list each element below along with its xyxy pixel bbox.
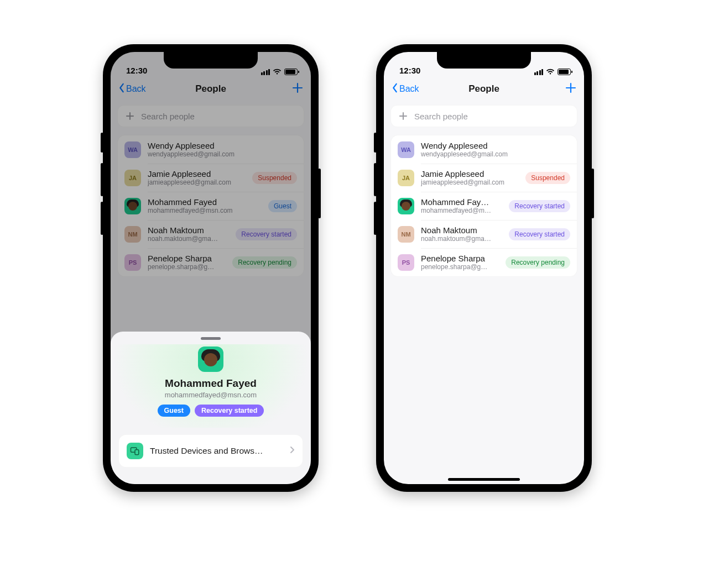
search-field[interactable] [141,112,297,121]
plus-icon [565,82,576,93]
avatar: JA [124,170,141,186]
chevron-left-icon [118,83,125,95]
person-email: wendyappleseed@gmail.com [148,150,297,158]
badge-recovery-started: Recovery started [195,405,264,417]
status-badge: Recovery started [509,200,570,212]
avatar: JA [398,170,414,186]
chevron-left-icon [392,83,398,95]
person-name: Penelope Sharpa [148,254,226,263]
person-name: Penelope Sharpa [421,254,499,263]
person-row[interactable]: WAWendy Appleseedwendyappleseed@gmail.co… [118,135,304,164]
person-row[interactable]: WAWendy Appleseedwendyappleseed@gmail.co… [391,135,577,164]
person-row[interactable]: JAJamie Appleseedjamieappleseed@gmail.co… [118,164,304,192]
person-name: Mohammed Fay… [421,197,502,207]
chevron-right-icon [290,446,295,456]
status-badge: Recovery pending [232,256,297,269]
back-label: Back [126,84,146,94]
avatar: NM [124,226,141,243]
avatar: NM [398,226,414,243]
sheet-item-label: Trusted Devices and Brows… [150,446,283,456]
search-field[interactable] [414,112,570,121]
plus-icon [292,82,303,93]
person-email: noah.maktoum@gma… [421,235,502,243]
person-name: Wendy Appleseed [421,141,570,150]
person-row[interactable]: PSPenelope Sharpapenelope.sharpa@g…Recov… [391,248,577,276]
person-row[interactable]: NMNoah Maktoumnoah.maktoum@gma…Recovery … [391,220,577,248]
search-input[interactable] [390,105,577,127]
person-name: Jamie Appleseed [148,169,246,179]
status-time: 12:30 [126,66,147,75]
add-button[interactable] [565,82,576,96]
back-button[interactable]: Back [118,83,146,95]
person-email: jamieappleseed@gmail.com [148,179,246,186]
sheet-name: Mohammed Fayed [119,377,302,390]
people-list: WAWendy Appleseedwendyappleseed@gmail.co… [117,135,304,277]
phone-mock-left: 12:30 Back People WAWendy Appleseedwendy… [103,44,319,492]
person-sheet[interactable]: Mohammed Fayed mohammedfayed@msn.com Gue… [111,332,311,484]
avatar: WA [398,141,414,158]
person-email: penelope.sharpa@g… [148,263,226,271]
avatar: WA [124,141,141,158]
person-name: Wendy Appleseed [148,141,297,150]
sheet-badges: Guest Recovery started [119,405,302,417]
person-email: mohammedfayed@m… [421,207,502,214]
person-name: Noah Maktoum [148,225,229,235]
avatar: PS [398,254,414,271]
badge-guest: Guest [158,405,190,417]
status-badge: Recovery started [509,228,570,240]
person-row[interactable]: Mohammed Fayedmohammedfayed@msn.comGuest [118,192,304,220]
sheet-email: mohammedfayed@msn.com [119,391,302,399]
battery-icon [558,69,571,75]
status-badge: Recovery pending [506,256,570,269]
person-name: Noah Maktoum [421,225,502,235]
plus-icon [398,111,409,122]
status-badge: Guest [268,200,297,212]
person-row[interactable]: NMNoah Maktoumnoah.maktoum@gma…Recovery … [118,220,304,248]
status-badge: Suspended [525,172,570,184]
add-button[interactable] [292,82,303,96]
plus-icon [124,111,136,122]
back-label: Back [399,84,419,94]
cellular-icon [534,69,544,75]
avatar: PS [124,254,141,271]
avatar [124,198,141,214]
status-time: 12:30 [399,66,420,75]
svg-rect-1 [135,450,139,455]
devices-icon [127,443,143,459]
sheet-avatar [198,347,223,372]
person-email: mohammedfayed@msn.com [148,207,262,214]
person-name: Mohammed Fayed [148,197,262,207]
notch [164,52,258,69]
search-input[interactable] [117,105,304,127]
cellular-icon [261,69,270,75]
person-row[interactable]: PSPenelope Sharpapenelope.sharpa@g…Recov… [118,248,304,276]
people-list: WAWendy Appleseedwendyappleseed@gmail.co… [390,135,577,277]
person-email: jamieappleseed@gmail.com [421,179,519,186]
notch [437,52,531,69]
wifi-icon [273,69,282,75]
person-name: Jamie Appleseed [421,169,519,179]
sheet-grabber[interactable] [201,337,221,340]
person-email: wendyappleseed@gmail.com [421,150,570,158]
wifi-icon [546,69,555,75]
status-badge: Recovery started [236,228,297,240]
nav-bar: Back People [384,77,584,101]
status-badge: Suspended [252,172,297,184]
avatar [398,198,414,214]
person-email: noah.maktoum@gma… [148,235,229,243]
person-row[interactable]: Mohammed Fay…mohammedfayed@m…Recovery st… [391,192,577,220]
battery-icon [284,69,298,75]
phone-mock-right: 12:30 Back People WAWendy Appleseedwendy… [376,44,592,492]
trusted-devices-row[interactable]: Trusted Devices and Brows… [119,435,303,467]
person-email: penelope.sharpa@g… [421,263,499,271]
back-button[interactable]: Back [392,83,419,95]
nav-bar: Back People [111,77,311,101]
person-row[interactable]: JAJamie Appleseedjamieappleseed@gmail.co… [391,164,577,192]
